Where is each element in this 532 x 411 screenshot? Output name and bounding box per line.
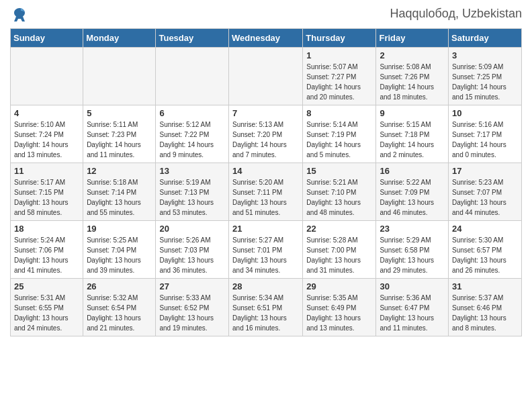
table-row: 29Sunrise: 5:35 AMSunset: 6:49 PMDayligh… (303, 279, 376, 336)
table-row: 28Sunrise: 5:34 AMSunset: 6:51 PMDayligh… (229, 279, 303, 336)
col-sunday: Sunday (11, 29, 83, 48)
day-info: Sunrise: 5:13 AMSunset: 7:20 PMDaylight:… (232, 120, 299, 160)
day-info: Sunrise: 5:30 AMSunset: 6:57 PMDaylight:… (452, 235, 518, 275)
table-row: 21Sunrise: 5:27 AMSunset: 7:01 PMDayligh… (229, 221, 303, 279)
day-number: 5 (87, 108, 152, 118)
day-number: 20 (159, 224, 225, 234)
table-row: 18Sunrise: 5:24 AMSunset: 7:06 PMDayligh… (11, 221, 83, 279)
day-number: 6 (159, 108, 225, 118)
col-tuesday: Tuesday (156, 29, 229, 48)
table-row: 25Sunrise: 5:31 AMSunset: 6:55 PMDayligh… (11, 279, 83, 336)
day-info: Sunrise: 5:25 AMSunset: 7:04 PMDaylight:… (87, 235, 152, 275)
calendar-week-row: 1Sunrise: 5:07 AMSunset: 7:27 PMDaylight… (11, 48, 522, 105)
day-info: Sunrise: 5:07 AMSunset: 7:27 PMDaylight:… (306, 62, 372, 102)
day-number: 27 (159, 281, 225, 291)
day-info: Sunrise: 5:11 AMSunset: 7:23 PMDaylight:… (87, 120, 152, 160)
col-saturday: Saturday (449, 29, 522, 48)
calendar-week-row: 18Sunrise: 5:24 AMSunset: 7:06 PMDayligh… (11, 221, 522, 279)
day-number: 21 (232, 224, 299, 234)
day-number: 26 (87, 281, 152, 291)
table-row: 19Sunrise: 5:25 AMSunset: 7:04 PMDayligh… (83, 221, 156, 279)
table-row: 16Sunrise: 5:22 AMSunset: 7:09 PMDayligh… (376, 163, 449, 221)
table-row: 26Sunrise: 5:32 AMSunset: 6:54 PMDayligh… (83, 279, 156, 336)
table-row: 4Sunrise: 5:10 AMSunset: 7:24 PMDaylight… (11, 105, 83, 163)
day-number: 9 (380, 108, 445, 118)
day-info: Sunrise: 5:15 AMSunset: 7:18 PMDaylight:… (380, 120, 445, 160)
day-number: 28 (232, 281, 299, 291)
day-info: Sunrise: 5:27 AMSunset: 7:01 PMDaylight:… (232, 235, 299, 275)
calendar-week-row: 25Sunrise: 5:31 AMSunset: 6:55 PMDayligh… (11, 279, 522, 336)
day-info: Sunrise: 5:26 AMSunset: 7:03 PMDaylight:… (159, 235, 225, 275)
day-info: Sunrise: 5:20 AMSunset: 7:11 PMDaylight:… (232, 177, 299, 218)
day-info: Sunrise: 5:17 AMSunset: 7:15 PMDaylight:… (14, 177, 79, 218)
table-row (229, 48, 303, 105)
calendar-week-row: 11Sunrise: 5:17 AMSunset: 7:15 PMDayligh… (11, 163, 522, 221)
day-number: 23 (380, 224, 445, 234)
day-number: 2 (380, 50, 445, 60)
day-number: 12 (87, 166, 152, 176)
day-info: Sunrise: 5:16 AMSunset: 7:17 PMDaylight:… (452, 120, 518, 160)
col-friday: Friday (376, 29, 449, 48)
day-info: Sunrise: 5:19 AMSunset: 7:13 PMDaylight:… (159, 177, 225, 218)
table-row (156, 48, 229, 105)
day-number: 4 (14, 108, 79, 118)
table-row: 17Sunrise: 5:23 AMSunset: 7:07 PMDayligh… (449, 163, 522, 221)
day-number: 15 (306, 166, 372, 176)
day-info: Sunrise: 5:08 AMSunset: 7:26 PMDaylight:… (380, 62, 445, 102)
table-row: 23Sunrise: 5:29 AMSunset: 6:58 PMDayligh… (376, 221, 449, 279)
col-monday: Monday (83, 29, 156, 48)
table-row: 22Sunrise: 5:28 AMSunset: 7:00 PMDayligh… (303, 221, 376, 279)
table-row: 14Sunrise: 5:20 AMSunset: 7:11 PMDayligh… (229, 163, 303, 221)
day-number: 17 (452, 166, 518, 176)
day-info: Sunrise: 5:12 AMSunset: 7:22 PMDaylight:… (159, 120, 225, 160)
day-info: Sunrise: 5:35 AMSunset: 6:49 PMDaylight:… (306, 293, 372, 333)
logo (10, 7, 28, 23)
calendar-week-row: 4Sunrise: 5:10 AMSunset: 7:24 PMDaylight… (11, 105, 522, 163)
table-row: 20Sunrise: 5:26 AMSunset: 7:03 PMDayligh… (156, 221, 229, 279)
table-row: 24Sunrise: 5:30 AMSunset: 6:57 PMDayligh… (449, 221, 522, 279)
calendar-table: Sunday Monday Tuesday Wednesday Thursday… (10, 28, 522, 336)
day-info: Sunrise: 5:10 AMSunset: 7:24 PMDaylight:… (14, 120, 79, 160)
day-number: 13 (159, 166, 225, 176)
day-info: Sunrise: 5:22 AMSunset: 7:09 PMDaylight:… (380, 177, 445, 218)
logo-bird-icon (11, 7, 28, 23)
day-info: Sunrise: 5:14 AMSunset: 7:19 PMDaylight:… (306, 120, 372, 160)
day-info: Sunrise: 5:31 AMSunset: 6:55 PMDaylight:… (14, 293, 79, 333)
day-info: Sunrise: 5:21 AMSunset: 7:10 PMDaylight:… (306, 177, 372, 218)
table-row: 30Sunrise: 5:36 AMSunset: 6:47 PMDayligh… (376, 279, 449, 336)
day-info: Sunrise: 5:24 AMSunset: 7:06 PMDaylight:… (14, 235, 79, 275)
page-container: Haqqulобод, Uzbekistan Sunday Monday Tue… (0, 0, 532, 343)
table-row: 8Sunrise: 5:14 AMSunset: 7:19 PMDaylight… (303, 105, 376, 163)
day-number: 16 (380, 166, 445, 176)
table-row: 11Sunrise: 5:17 AMSunset: 7:15 PMDayligh… (11, 163, 83, 221)
table-row: 31Sunrise: 5:37 AMSunset: 6:46 PMDayligh… (449, 279, 522, 336)
day-info: Sunrise: 5:33 AMSunset: 6:52 PMDaylight:… (159, 293, 225, 333)
table-row: 1Sunrise: 5:07 AMSunset: 7:27 PMDaylight… (303, 48, 376, 105)
table-row: 9Sunrise: 5:15 AMSunset: 7:18 PMDaylight… (376, 105, 449, 163)
day-info: Sunrise: 5:29 AMSunset: 6:58 PMDaylight:… (380, 235, 445, 275)
table-row: 15Sunrise: 5:21 AMSunset: 7:10 PMDayligh… (303, 163, 376, 221)
table-row: 27Sunrise: 5:33 AMSunset: 6:52 PMDayligh… (156, 279, 229, 336)
day-info: Sunrise: 5:34 AMSunset: 6:51 PMDaylight:… (232, 293, 299, 333)
day-info: Sunrise: 5:37 AMSunset: 6:46 PMDaylight:… (452, 293, 518, 333)
table-row: 12Sunrise: 5:18 AMSunset: 7:14 PMDayligh… (83, 163, 156, 221)
day-number: 24 (452, 224, 518, 234)
col-thursday: Thursday (303, 29, 376, 48)
table-row: 13Sunrise: 5:19 AMSunset: 7:13 PMDayligh… (156, 163, 229, 221)
col-wednesday: Wednesday (229, 29, 303, 48)
day-info: Sunrise: 5:18 AMSunset: 7:14 PMDaylight:… (87, 177, 152, 218)
day-number: 31 (452, 281, 518, 291)
day-info: Sunrise: 5:36 AMSunset: 6:47 PMDaylight:… (380, 293, 445, 333)
day-number: 3 (452, 50, 518, 60)
day-number: 7 (232, 108, 299, 118)
location-subtitle: Haqqulобод, Uzbekistan (390, 7, 522, 21)
day-number: 10 (452, 108, 518, 118)
day-number: 14 (232, 166, 299, 176)
table-row: 5Sunrise: 5:11 AMSunset: 7:23 PMDaylight… (83, 105, 156, 163)
day-number: 25 (14, 281, 79, 291)
day-number: 19 (87, 224, 152, 234)
day-info: Sunrise: 5:09 AMSunset: 7:25 PMDaylight:… (452, 62, 518, 102)
table-row: 10Sunrise: 5:16 AMSunset: 7:17 PMDayligh… (449, 105, 522, 163)
day-number: 11 (14, 166, 79, 176)
day-info: Sunrise: 5:32 AMSunset: 6:54 PMDaylight:… (87, 293, 152, 333)
